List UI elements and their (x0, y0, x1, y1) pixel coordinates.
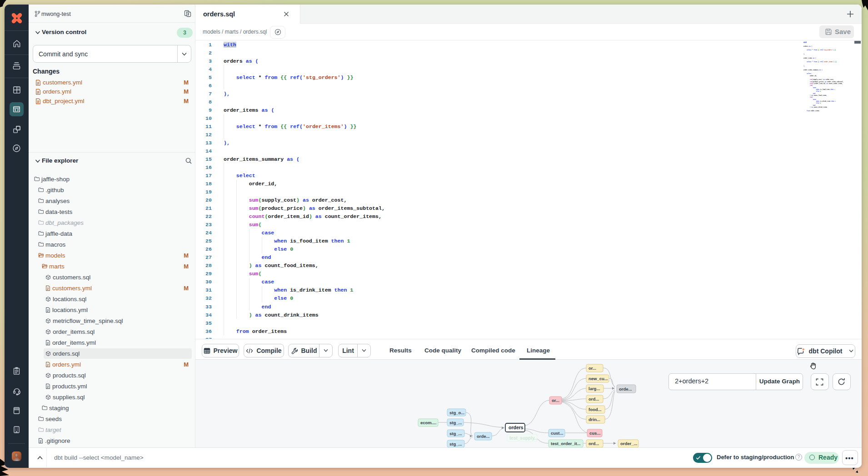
svg-text:orders: orders (509, 425, 524, 430)
svg-text:test_supply...: test_supply... (509, 436, 538, 441)
svg-text:larg...: larg... (589, 386, 600, 391)
svg-text:new_cu...: new_cu... (589, 376, 608, 381)
svg-text:orde...: orde... (477, 434, 490, 439)
svg-text:stg_o...: stg_o... (449, 410, 464, 415)
svg-text:stg_...: stg_... (449, 420, 462, 425)
svg-text:stg_...: stg_... (449, 431, 462, 436)
svg-text:or...: or... (589, 366, 596, 371)
svg-text:drin...: drin... (589, 417, 600, 422)
svg-text:orde...: orde... (619, 387, 632, 392)
svg-text:order_...: order_... (620, 441, 638, 446)
svg-text:ecom....: ecom.... (420, 420, 436, 425)
svg-text:cus...: cus... (589, 431, 600, 436)
svg-text:cust...: cust... (551, 431, 563, 436)
svg-text:ord...: ord... (589, 441, 599, 446)
svg-text:ord...: ord... (589, 397, 599, 402)
svg-text:food...: food... (589, 407, 602, 412)
svg-text:test_order_it...: test_order_it... (551, 441, 580, 446)
svg-text:or...: or... (552, 398, 559, 403)
svg-text:stg_...: stg_... (449, 441, 462, 446)
